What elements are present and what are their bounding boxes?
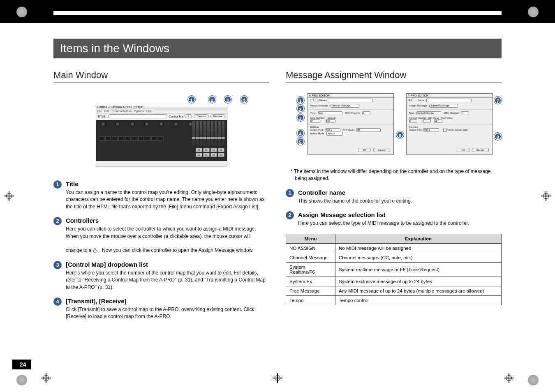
pad-button[interactable] [158, 136, 164, 141]
item-heading: Assign Message selection list [298, 211, 502, 218]
control-number-input[interactable]: 0 [409, 119, 417, 123]
vcc-checkbox[interactable] [443, 129, 446, 132]
item-heading: Controllers [66, 217, 269, 224]
item-heading: [Transmit], [Receive] [66, 297, 269, 304]
table-row: System Ex.System exclusive message of up… [286, 277, 502, 286]
rotary-knob[interactable] [130, 122, 135, 127]
rotary-knob[interactable] [115, 122, 120, 127]
aft-mode-dropdown[interactable]: Off [356, 128, 381, 132]
a-button[interactable]: A1 [196, 153, 202, 157]
slider[interactable] [215, 121, 217, 145]
type-dropdown[interactable]: Control Change [416, 111, 441, 115]
pad-button[interactable] [145, 136, 150, 141]
pad-button[interactable] [125, 136, 131, 141]
cancel-button[interactable]: Cancel [472, 148, 489, 152]
pad-button[interactable] [151, 136, 157, 141]
a-button[interactable]: A4 [218, 153, 224, 157]
button-mode-dropdown[interactable]: Unlatch [326, 132, 343, 136]
name-input[interactable] [328, 99, 373, 102]
ok-button[interactable]: OK [358, 148, 371, 152]
left-column: Main Window 1 2 3 4 Untitled - Cakewalk … [53, 70, 269, 327]
pad-button[interactable] [132, 136, 137, 141]
a-button[interactable]: A7 [210, 148, 217, 152]
item-controlmap-dropdown: 3 [Control Map] dropdown list Here's whe… [53, 261, 269, 291]
a-button[interactable]: A6 [203, 148, 210, 152]
transmit-button[interactable]: Transmit [194, 114, 209, 118]
menu-help[interactable]: Help [146, 110, 152, 113]
controlmap-dropdown[interactable]: 1 [185, 114, 192, 118]
registration-mark [504, 373, 514, 383]
controller-area[interactable]: cakewalk [96, 120, 227, 161]
type-dropdown[interactable]: Note [318, 111, 342, 115]
callout-4: 4 [240, 96, 248, 103]
running-head: Using A-PRO Editor [53, 25, 502, 30]
pad-button[interactable] [138, 136, 144, 141]
pad-button[interactable] [99, 136, 104, 141]
min-value-input[interactable]: 0 [423, 119, 431, 123]
pad-button[interactable] [105, 136, 111, 141]
ok-button[interactable]: OK [457, 148, 469, 152]
table-row: Free MessageAny MIDI message of up to 24… [286, 286, 502, 295]
table-header-explanation: Explanation [335, 234, 502, 243]
velocity-input[interactable]: 100 [326, 119, 335, 123]
corner-decoration [16, 375, 27, 385]
slider[interactable] [196, 121, 199, 145]
aft-mode-label: AFT Mode : [342, 129, 355, 131]
pad-button[interactable] [118, 136, 124, 141]
note-number-input[interactable]: 64 [310, 119, 320, 123]
slider[interactable] [211, 121, 213, 145]
menu-file[interactable]: File [97, 110, 102, 113]
midi-ch-dropdown[interactable]: 1 [461, 111, 469, 115]
assign-window-note: A-PRO EDITOR A1 Name : Assign Message : … [308, 93, 394, 155]
slider[interactable] [218, 121, 221, 145]
table-row: TempoTempo control [286, 295, 502, 305]
assign-dropdown[interactable]: Channel Message [331, 104, 359, 108]
item-text: Here's where you select the number of th… [66, 270, 269, 291]
registration-mark [41, 9, 51, 19]
manual-page: Using A-PRO Editor Items in the Windows … [0, 0, 555, 392]
assign-label: Assign Message : [310, 104, 330, 107]
rotary-knob[interactable] [101, 122, 106, 127]
a-button[interactable]: A3 [210, 153, 217, 157]
item-number: 1 [53, 180, 62, 189]
registration-mark [273, 373, 282, 383]
cancel-button[interactable]: Cancel [373, 148, 390, 152]
output-port-dropdown[interactable]: Port 1 [325, 128, 340, 132]
callout-1: 1 [297, 97, 304, 104]
item-title: 1 Title You can assign a name to the con… [53, 180, 269, 210]
slider[interactable] [192, 121, 195, 145]
midi-ch-dropdown[interactable]: 1 [362, 111, 370, 115]
callout-2: 2 [208, 96, 216, 103]
a-button[interactable]: A2 [203, 153, 210, 157]
item-number: 1 [286, 189, 294, 197]
slider[interactable] [204, 121, 206, 145]
rotary-knob[interactable] [144, 122, 149, 127]
item-number: 3 [53, 261, 62, 269]
item-heading: Controller name [298, 189, 502, 196]
menu-communication[interactable]: Communication [112, 110, 132, 113]
rotary-knob[interactable] [159, 122, 164, 127]
callout-4: 4 [297, 129, 304, 137]
slider[interactable] [200, 121, 202, 145]
a-button[interactable]: A5 [196, 148, 202, 152]
title-input[interactable] [108, 114, 168, 118]
section-title-assignment-window: Message Assignment Window [286, 70, 502, 83]
brand-logo: cakewalk [210, 116, 224, 120]
menu-edit[interactable]: Edit [104, 110, 109, 113]
name-label: Name : [319, 99, 327, 101]
slider[interactable] [222, 121, 224, 145]
registration-mark [504, 9, 514, 19]
name-input[interactable] [426, 99, 472, 102]
output-port-dropdown[interactable]: Port 1 [423, 128, 439, 132]
menu-options[interactable]: Options [134, 110, 144, 113]
rotary-knob[interactable] [173, 122, 178, 127]
a-button[interactable]: A8 [218, 148, 224, 152]
pad-button[interactable] [112, 136, 118, 141]
item-transmit-receive: 4 [Transmit], [Receive] Click [Transmit]… [53, 297, 269, 321]
controller-id: A1 [310, 99, 319, 102]
midi-ch-label: MIDI Channel : [345, 112, 361, 114]
button-mode-label: Button Mode : [310, 132, 326, 135]
assign-dropdown[interactable]: Channel Message [429, 104, 458, 108]
max-value-input[interactable]: 127 [434, 119, 442, 123]
slider[interactable] [207, 121, 210, 145]
